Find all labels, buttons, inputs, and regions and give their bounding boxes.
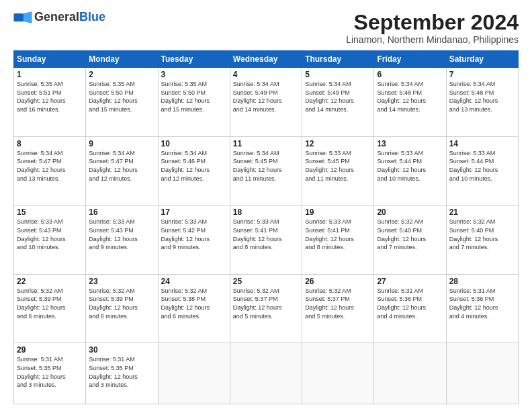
col-tuesday: Tuesday xyxy=(158,51,230,68)
list-item: 10 Sunrise: 5:34 AMSunset: 5:46 PMDaylig… xyxy=(158,136,230,205)
list-item: 4 Sunrise: 5:34 AMSunset: 5:49 PMDayligh… xyxy=(230,68,302,137)
logo-text: GeneralBlue xyxy=(34,11,105,24)
empty-cell xyxy=(374,343,446,404)
list-item: 28 Sunrise: 5:31 AMSunset: 5:36 PMDaylig… xyxy=(446,274,518,343)
list-item: 17 Sunrise: 5:33 AMSunset: 5:42 PMDaylig… xyxy=(158,205,230,275)
logo-icon xyxy=(13,11,32,24)
list-item: 19 Sunrise: 5:33 AMSunset: 5:41 PMDaylig… xyxy=(302,205,374,275)
list-item: 5 Sunrise: 5:34 AMSunset: 5:49 PMDayligh… xyxy=(302,68,374,137)
list-item: 20 Sunrise: 5:32 AMSunset: 5:40 PMDaylig… xyxy=(374,205,446,275)
list-item: 16 Sunrise: 5:33 AMSunset: 5:43 PMDaylig… xyxy=(86,205,158,275)
list-item: 21 Sunrise: 5:32 AMSunset: 5:40 PMDaylig… xyxy=(446,205,518,275)
col-monday: Monday xyxy=(86,51,158,68)
list-item: 7 Sunrise: 5:34 AMSunset: 5:48 PMDayligh… xyxy=(446,68,518,137)
list-item: 9 Sunrise: 5:34 AMSunset: 5:47 PMDayligh… xyxy=(86,136,158,205)
list-item: 23 Sunrise: 5:32 AMSunset: 5:39 PMDaylig… xyxy=(86,274,158,343)
table-row: 29 Sunrise: 5:31 AMSunset: 5:35 PMDaylig… xyxy=(14,343,519,404)
month-title: September 2024 xyxy=(346,11,519,34)
list-item: 14 Sunrise: 5:33 AMSunset: 5:44 PMDaylig… xyxy=(446,136,518,205)
calendar-table: Sunday Monday Tuesday Wednesday Thursday… xyxy=(13,50,519,404)
empty-cell xyxy=(302,343,374,404)
list-item: 25 Sunrise: 5:32 AMSunset: 5:37 PMDaylig… xyxy=(230,274,302,343)
empty-cell xyxy=(446,343,518,404)
list-item: 24 Sunrise: 5:32 AMSunset: 5:38 PMDaylig… xyxy=(158,274,230,343)
list-item: 26 Sunrise: 5:32 AMSunset: 5:37 PMDaylig… xyxy=(302,274,374,343)
col-wednesday: Wednesday xyxy=(230,51,302,68)
logo: GeneralBlue xyxy=(13,11,105,24)
list-item: 12 Sunrise: 5:33 AMSunset: 5:45 PMDaylig… xyxy=(302,136,374,205)
empty-cell xyxy=(230,343,302,404)
location-title: Linamon, Northern Mindanao, Philippines xyxy=(346,34,519,45)
header: GeneralBlue September 2024 Linamon, Nort… xyxy=(13,11,519,45)
list-item: 11 Sunrise: 5:34 AMSunset: 5:45 PMDaylig… xyxy=(230,136,302,205)
col-saturday: Saturday xyxy=(446,51,518,68)
list-item: 1 Sunrise: 5:35 AMSunset: 5:51 PMDayligh… xyxy=(14,68,86,137)
list-item: 13 Sunrise: 5:33 AMSunset: 5:44 PMDaylig… xyxy=(374,136,446,205)
empty-cell xyxy=(158,343,230,404)
title-block: September 2024 Linamon, Northern Mindana… xyxy=(346,11,519,45)
page: GeneralBlue September 2024 Linamon, Nort… xyxy=(0,0,532,411)
table-row: 8 Sunrise: 5:34 AMSunset: 5:47 PMDayligh… xyxy=(14,136,519,205)
list-item: 30 Sunrise: 5:31 AMSunset: 5:35 PMDaylig… xyxy=(86,343,158,404)
list-item: 18 Sunrise: 5:33 AMSunset: 5:41 PMDaylig… xyxy=(230,205,302,275)
col-thursday: Thursday xyxy=(302,51,374,68)
list-item: 3 Sunrise: 5:35 AMSunset: 5:50 PMDayligh… xyxy=(158,68,230,137)
list-item: 22 Sunrise: 5:32 AMSunset: 5:39 PMDaylig… xyxy=(14,274,86,343)
list-item: 29 Sunrise: 5:31 AMSunset: 5:35 PMDaylig… xyxy=(14,343,86,404)
list-item: 2 Sunrise: 5:35 AMSunset: 5:50 PMDayligh… xyxy=(86,68,158,137)
calendar-header-row: Sunday Monday Tuesday Wednesday Thursday… xyxy=(14,51,519,68)
list-item: 8 Sunrise: 5:34 AMSunset: 5:47 PMDayligh… xyxy=(14,136,86,205)
svg-marker-1 xyxy=(24,11,32,24)
table-row: 1 Sunrise: 5:35 AMSunset: 5:51 PMDayligh… xyxy=(14,68,519,137)
list-item: 6 Sunrise: 5:34 AMSunset: 5:48 PMDayligh… xyxy=(374,68,446,137)
table-row: 15 Sunrise: 5:33 AMSunset: 5:43 PMDaylig… xyxy=(14,205,519,275)
svg-rect-0 xyxy=(14,13,24,21)
list-item: 15 Sunrise: 5:33 AMSunset: 5:43 PMDaylig… xyxy=(14,205,86,275)
col-sunday: Sunday xyxy=(14,51,86,68)
table-row: 22 Sunrise: 5:32 AMSunset: 5:39 PMDaylig… xyxy=(14,274,519,343)
col-friday: Friday xyxy=(374,51,446,68)
list-item: 27 Sunrise: 5:31 AMSunset: 5:36 PMDaylig… xyxy=(374,274,446,343)
